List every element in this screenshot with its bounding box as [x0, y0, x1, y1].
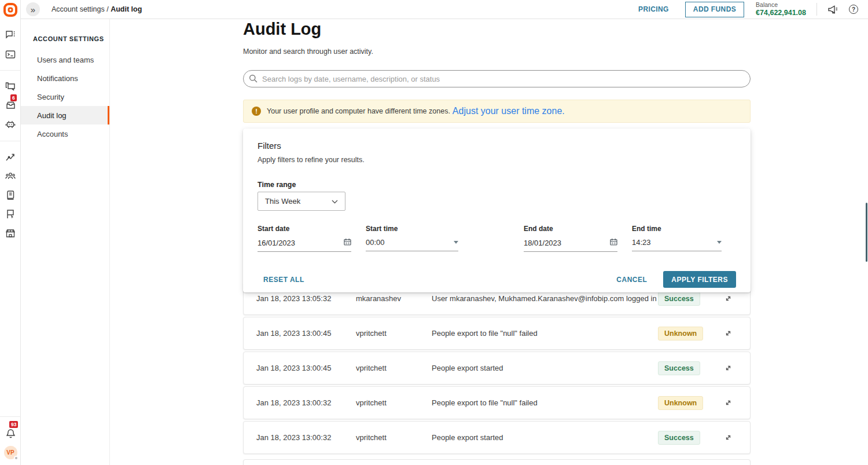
- breadcrumb: Account settings / Audit log: [52, 5, 142, 13]
- table-row[interactable]: Jan 18, 2023 13:00:45 vpritchett People …: [243, 352, 751, 385]
- log-description: People export to file "null" failed: [432, 398, 658, 407]
- start-date-label: Start date: [258, 225, 351, 233]
- breadcrumb-prefix[interactable]: Account settings /: [52, 5, 109, 13]
- avatar-initials: VP: [6, 449, 14, 456]
- log-username: vpritchett: [356, 398, 432, 407]
- conversations-icon[interactable]: [0, 79, 21, 95]
- calendar-icon[interactable]: [610, 238, 617, 247]
- flows-icon[interactable]: [0, 206, 21, 222]
- sidebar-item-audit-log[interactable]: Audit log: [21, 106, 109, 125]
- end-date-input[interactable]: 18/01/2023: [524, 238, 617, 252]
- expand-row-icon[interactable]: [719, 364, 737, 372]
- start-date-input[interactable]: 16/01/2023: [258, 238, 351, 252]
- page-subtitle: Monitor and search through user activity…: [243, 47, 373, 56]
- main-content: Audit Log Monitor and search through use…: [110, 19, 868, 465]
- user-avatar[interactable]: VP: [0, 444, 21, 460]
- reset-all-button[interactable]: RESET ALL: [263, 276, 304, 284]
- log-username: vpritchett: [356, 364, 432, 372]
- log-timestamp: Jan 18, 2023 13:00:45: [256, 329, 356, 338]
- log-username: vpritchett: [356, 329, 432, 338]
- status-dot: [14, 456, 19, 460]
- divider: [816, 3, 817, 16]
- status-badge: Unknown: [658, 327, 703, 340]
- sidebar-item-users-and-teams[interactable]: Users and teams: [21, 50, 109, 69]
- log-username: vpritchett: [356, 433, 432, 442]
- storefront-icon[interactable]: [0, 225, 21, 241]
- table-row[interactable]: Jan 18, 2023 13:00:45 vpritchett People …: [243, 317, 751, 350]
- timezone-warning-banner: ! Your user profile and computer have di…: [243, 100, 751, 123]
- rail-divider: [0, 416, 21, 417]
- expand-row-icon[interactable]: [719, 329, 737, 337]
- search-icon: [249, 74, 258, 85]
- sidebar-item-notifications[interactable]: Notifications: [21, 69, 109, 87]
- time-range-select[interactable]: This Week: [258, 192, 345, 211]
- sidebar-section-title: ACCOUNT SETTINGS: [33, 35, 109, 42]
- top-bar: » Account settings / Audit log PRICING A…: [21, 0, 868, 19]
- chevron-down-icon: [332, 197, 338, 206]
- end-date-label: End date: [524, 225, 617, 233]
- expand-row-icon[interactable]: [719, 434, 737, 441]
- scrollbar-thumb[interactable]: [866, 203, 867, 262]
- balance-value: €74,622,941.08: [756, 9, 806, 18]
- dropdown-caret-icon[interactable]: [454, 241, 458, 244]
- bot-icon[interactable]: [0, 116, 21, 133]
- time-range-label: Time range: [258, 181, 296, 189]
- help-icon[interactable]: ?: [847, 5, 860, 14]
- audience-icon[interactable]: [0, 168, 21, 184]
- search-input[interactable]: [243, 70, 751, 87]
- end-time-input[interactable]: 14:23: [632, 238, 722, 251]
- infobip-logo[interactable]: [0, 0, 20, 19]
- end-time-value: 14:23: [632, 238, 651, 247]
- status-badge: Success: [658, 292, 700, 306]
- announcements-icon[interactable]: [826, 5, 839, 14]
- rail-divider: [0, 70, 21, 71]
- sidebar-item-accounts[interactable]: Accounts: [21, 125, 109, 143]
- start-time-label: Start time: [366, 225, 458, 233]
- log-description: People export started: [432, 433, 658, 442]
- status-badge: Success: [658, 361, 700, 375]
- start-date-field: Start date 16/01/2023: [258, 225, 351, 252]
- end-date-value: 18/01/2023: [524, 239, 561, 247]
- time-range-value: This Week: [265, 197, 300, 206]
- log-timestamp: Jan 18, 2023 13:00:45: [256, 364, 356, 372]
- add-funds-button[interactable]: ADD FUNDS: [685, 2, 744, 17]
- table-row[interactable]: [243, 459, 751, 465]
- end-date-field: End date 18/01/2023: [524, 225, 617, 252]
- analytics-icon[interactable]: [0, 149, 21, 165]
- messages-icon[interactable]: [0, 27, 21, 43]
- catalog-icon[interactable]: [0, 187, 21, 203]
- status-badge: Unknown: [658, 396, 703, 410]
- adjust-timezone-link[interactable]: Adjust your user time zone.: [453, 106, 565, 116]
- log-username: mkaranashev: [356, 294, 432, 303]
- expand-row-icon[interactable]: [719, 295, 737, 302]
- sidebar-collapse-button[interactable]: »: [26, 2, 40, 16]
- search-bar: [243, 70, 751, 87]
- end-time-label: End time: [632, 225, 722, 233]
- settings-sidebar: ACCOUNT SETTINGS Users and teams Notific…: [21, 19, 110, 465]
- balance-label: Balance: [756, 1, 806, 9]
- log-timestamp: Jan 18, 2023 13:00:32: [256, 398, 356, 407]
- table-row[interactable]: Jan 18, 2023 13:00:32 vpritchett People …: [243, 421, 751, 454]
- calendar-icon[interactable]: [344, 238, 351, 247]
- expand-row-icon[interactable]: [719, 399, 737, 407]
- dropdown-caret-icon[interactable]: [717, 241, 722, 244]
- pricing-link[interactable]: PRICING: [638, 5, 669, 13]
- page-title: Audit Log: [243, 20, 321, 39]
- icon-rail: 6: [0, 0, 21, 465]
- cancel-button[interactable]: CANCEL: [616, 276, 647, 284]
- table-row[interactable]: Jan 18, 2023 13:00:32 vpritchett People …: [243, 386, 751, 419]
- terminal-icon[interactable]: [0, 46, 21, 63]
- filters-panel: Filters Apply filters to refine your res…: [243, 129, 751, 292]
- start-time-input[interactable]: 00:00: [366, 238, 458, 251]
- start-time-value: 00:00: [366, 238, 385, 247]
- log-description: People export started: [432, 364, 658, 372]
- apply-filters-button[interactable]: APPLY FILTERS: [663, 271, 736, 288]
- log-description: User mkaranashev, Mukhamed.Karanashev@in…: [432, 294, 658, 303]
- bell-badge: 93: [9, 421, 18, 428]
- sidebar-item-security[interactable]: Security: [21, 87, 109, 106]
- notifications-bell-icon[interactable]: 93: [0, 425, 21, 441]
- start-date-value: 16/01/2023: [258, 239, 295, 247]
- inbox-icon[interactable]: 6: [0, 97, 21, 113]
- status-badge: Success: [658, 431, 700, 445]
- filters-title: Filters: [258, 141, 281, 151]
